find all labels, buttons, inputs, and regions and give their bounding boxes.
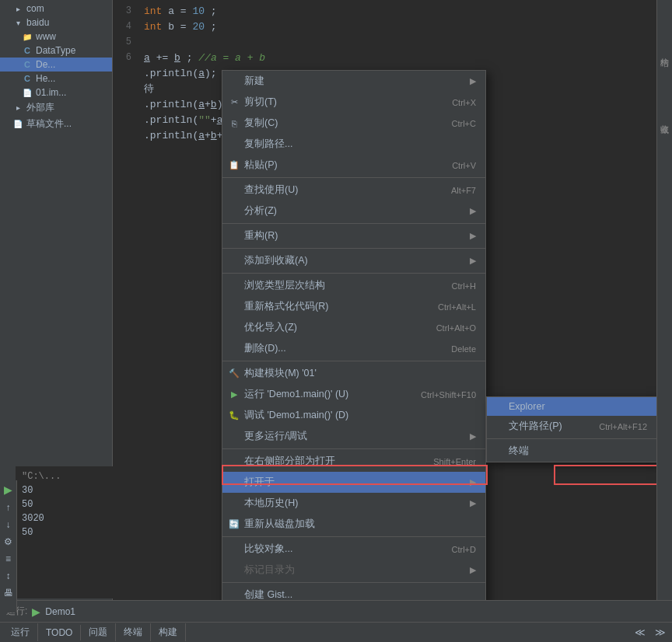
line-number: 5 (113, 37, 138, 47)
shortcut-label: Ctrl+Alt+L (438, 302, 476, 312)
gutter-up-icon[interactable]: ↑ (6, 502, 11, 513)
code-line-4: 4 int b = 20 ; (113, 19, 656, 34)
line-content: .println(a+b); (138, 99, 229, 110)
sidebar-item-label: De... (36, 59, 55, 70)
menu-item-copy-path[interactable]: 复制路径... (222, 134, 485, 155)
menu-item-hierarchy[interactable]: 浏览类型层次结构 Ctrl+H (222, 275, 485, 296)
expand-icon[interactable]: ≪ (632, 625, 649, 640)
sidebar-item-datatype[interactable]: C DataType (0, 44, 112, 58)
menu-item-reformat[interactable]: 重新格式化代码(R) Ctrl+Alt+L (222, 296, 485, 317)
gutter-play-icon[interactable]: ▶ (4, 483, 12, 496)
line-number: 4 (113, 21, 138, 32)
sidebar-item-he[interactable]: C He... (0, 72, 112, 85)
sidebar-item-baidu[interactable]: ▾ baidu (0, 16, 112, 30)
menu-item-gist[interactable]: 创建 Gist... (222, 584, 485, 600)
collapse-icon[interactable]: ≫ (652, 625, 669, 640)
tab-todo[interactable]: TODO (38, 625, 81, 640)
gutter-settings-icon[interactable]: ⚙ (4, 536, 12, 547)
menu-item-more-run[interactable]: 更多运行/调试 ▶ (222, 426, 485, 447)
tab-problems[interactable]: 问题 (81, 623, 116, 641)
menu-item-delete[interactable]: 删除(D)... Delete (222, 338, 485, 359)
menu-item-paste[interactable]: 📋 粘贴(P) Ctrl+V (222, 155, 485, 176)
sidebar-item-com[interactable]: ▸ com (0, 2, 112, 16)
menu-separator (222, 223, 485, 224)
line-number: 3 (113, 5, 138, 16)
menu-label: 分析(Z) (244, 204, 277, 218)
submenu-arrow-icon: ▶ (470, 498, 476, 508)
menu-separator (222, 582, 485, 583)
menu-item-reload[interactable]: 🔄 重新从磁盘加载 (222, 514, 485, 535)
submenu-item-explorer[interactable]: Explorer (487, 397, 656, 416)
run-play-icon[interactable]: ▶ (32, 605, 40, 618)
cut-icon: ✂ (229, 97, 240, 107)
sidebar-item-label: 外部库 (26, 101, 54, 114)
menu-item-open-right[interactable]: 在右侧部分部为打开 Shift+Enter (222, 451, 485, 472)
menu-label: 创建 Gist... (244, 588, 292, 600)
shortcut-label: Ctrl+X (452, 98, 476, 107)
sidebar-item-demo[interactable]: C De... (0, 58, 112, 72)
menu-label: 查找使用(U) (244, 183, 298, 197)
tab-build[interactable]: 构建 (151, 623, 186, 641)
menu-label: 浏览类型层次结构 (244, 279, 325, 292)
menu-item-optimize[interactable]: 优化导入(Z) Ctrl+Alt+O (222, 317, 485, 338)
menu-item-new[interactable]: 新建 ▶ (222, 71, 485, 92)
submenu-item-terminal[interactable]: 终端 (487, 441, 656, 462)
menu-item-find[interactable]: 查找使用(U) Alt+F7 (222, 180, 485, 201)
class-icon: C (22, 59, 33, 70)
copy-icon: ⎘ (229, 119, 240, 128)
sidebar-item-scratch[interactable]: 📄 草稿文件... (0, 116, 112, 132)
bottom-tabs: 运行 TODO 问题 终端 构建 ≪ ≫ (0, 622, 672, 642)
submenu-label: 终端 (509, 445, 529, 458)
menu-label: 本地历史(H) (244, 497, 298, 510)
menu-item-compare[interactable]: 比较对象... Ctrl+D (222, 539, 485, 560)
tab-terminal[interactable]: 终端 (116, 623, 151, 641)
sidebar-item-image[interactable]: 📄 01.im... (0, 85, 112, 99)
gutter-sort-icon[interactable]: ↕ (6, 570, 11, 581)
line-number: 6 (113, 52, 138, 63)
menu-item-open-in[interactable]: 打开于 ▶ (222, 472, 485, 493)
shortcut-label: Shift+Enter (433, 457, 476, 466)
build-icon: 🔨 (229, 368, 240, 379)
menu-label: 重新格式化代码(R) (244, 300, 328, 313)
tab-run[interactable]: 运行 (3, 623, 38, 641)
menu-label: 复制路径... (244, 138, 292, 151)
sidebar-item-external[interactable]: ▸ 外部库 (0, 99, 112, 116)
folder-open-icon: ▾ (12, 17, 23, 28)
paste-icon: 📋 (229, 160, 240, 170)
menu-label: 标记目录为 (244, 563, 295, 577)
menu-item-run[interactable]: ▶ 运行 'Demo1.main()' (U) Ctrl+Shift+F10 (222, 384, 485, 405)
gutter-down-icon[interactable]: ↓ (6, 519, 11, 530)
submenu-arrow-icon: ▶ (470, 76, 476, 86)
submenu-arrow-icon: ▶ (470, 231, 476, 241)
menu-label: 重构(R) (244, 229, 278, 242)
submenu-arrow-icon: ▶ (470, 477, 476, 487)
sidebar-item-label: 草稿文件... (26, 117, 72, 131)
menu-item-cut[interactable]: ✂ 剪切(T) Ctrl+X (222, 92, 485, 113)
submenu-item-filepath[interactable]: 文件路径(P) Ctrl+Alt+F12 (487, 416, 656, 437)
line-content: int a = 10 ; (138, 5, 217, 17)
run-name: Demo1 (45, 606, 75, 617)
menu-label: 比较对象... (244, 543, 292, 556)
menu-label: 添加到收藏(A) (244, 254, 308, 267)
menu-item-debug[interactable]: 🐛 调试 'Demo1.main()' (D) (222, 405, 485, 426)
menu-separator (222, 273, 485, 274)
sidebar-item-label: DataType (36, 45, 75, 56)
code-line-3: 3 int a = 10 ; (113, 3, 656, 19)
menu-item-analyze[interactable]: 分析(Z) ▶ (222, 201, 485, 222)
menu-label: 优化导入(Z) (244, 321, 297, 334)
gutter-align-icon[interactable]: ≡ (5, 553, 11, 564)
menu-item-refactor[interactable]: 重构(R) ▶ (222, 225, 485, 246)
shortcut-label: Ctrl+Alt+F12 (599, 422, 647, 431)
gutter-print-icon[interactable]: 🖶 (4, 588, 13, 598)
menu-item-build[interactable]: 🔨 构建模块(M) '01' (222, 363, 485, 384)
menu-separator (222, 248, 485, 249)
context-menu: 新建 ▶ ✂ 剪切(T) Ctrl+X ⎘ 复制(C) Ctrl+C 复制路径.… (222, 70, 486, 600)
code-line-6: 6 a += b ; //a = a + b (113, 50, 656, 65)
folder-icon: ▸ (12, 3, 23, 14)
menu-item-copy[interactable]: ⎘ 复制(C) Ctrl+C (222, 113, 485, 134)
sidebar-item-www[interactable]: 📁 www (0, 30, 112, 44)
menu-item-mark[interactable]: 标记目录为 ▶ (222, 560, 485, 581)
menu-item-local-history[interactable]: 本地历史(H) ▶ (222, 493, 485, 514)
menu-item-favorites[interactable]: 添加到收藏(A) ▶ (222, 250, 485, 271)
line-content: a += b ; //a = a + b (138, 52, 265, 64)
